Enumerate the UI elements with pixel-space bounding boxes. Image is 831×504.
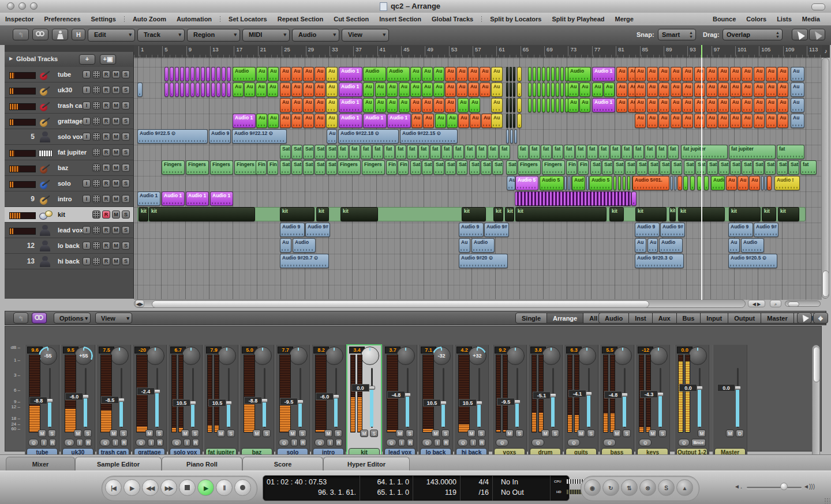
region-au[interactable]: Au xyxy=(568,98,579,112)
region-au[interactable]: Au xyxy=(658,98,669,112)
region-au[interactable]: Au xyxy=(671,114,682,128)
region[interactable] xyxy=(767,176,772,190)
region-au[interactable]: Au xyxy=(647,114,658,128)
add-track-button[interactable]: + xyxy=(79,54,95,65)
region-sat[interactable]: Sat xyxy=(602,160,613,175)
mute-button[interactable]: M xyxy=(698,430,706,437)
region-au[interactable]: Au xyxy=(671,98,682,112)
region-fat[interactable]: fat xyxy=(476,145,487,159)
region-audio-1[interactable]: Audio 1 xyxy=(339,82,362,97)
mixer-filter-output[interactable]: Output xyxy=(728,313,761,324)
region-au[interactable]: Au xyxy=(303,98,314,112)
pan-knob[interactable] xyxy=(146,347,164,365)
solo-button[interactable]: S xyxy=(122,179,130,187)
region-fat[interactable]: fat xyxy=(418,145,429,159)
region-fin[interactable]: Fin xyxy=(398,160,409,175)
snap-select[interactable]: Smart▲▼ xyxy=(658,29,696,40)
scroll-right-button[interactable]: ◀ ▶ xyxy=(748,300,765,307)
toolbar-item-inspector[interactable]: Inspector xyxy=(0,16,39,22)
freeze-button[interactable] xyxy=(92,242,100,250)
arrange-menu-audio[interactable]: Audio xyxy=(292,29,339,42)
solo-button[interactable]: S xyxy=(122,101,130,110)
region-au[interactable]: Au xyxy=(777,98,788,112)
freeze-button[interactable] xyxy=(92,226,100,234)
region-audio-1[interactable]: Audio 1 xyxy=(162,191,185,206)
bar-ruler[interactable]: 1591317212529333741454953576165697377818… xyxy=(134,45,822,58)
transport-cycle-button[interactable]: ↻ xyxy=(602,479,619,496)
region[interactable] xyxy=(533,67,536,81)
region[interactable] xyxy=(674,176,676,190)
region[interactable] xyxy=(216,67,220,81)
solo-button[interactable]: S xyxy=(587,430,595,437)
freeze-button[interactable] xyxy=(92,210,100,219)
region-au[interactable]: Au xyxy=(256,67,267,81)
input-monitor-button[interactable]: I xyxy=(434,439,441,446)
region[interactable] xyxy=(513,82,515,97)
toolbar-item-set-locators[interactable]: Set Locators xyxy=(223,16,272,22)
region-au[interactable]: Au xyxy=(791,98,804,112)
dim-button[interactable]: D xyxy=(736,430,744,437)
region-au[interactable]: Au xyxy=(315,114,325,128)
lcd-position[interactable]: 01 : 02 : 40 : 07.53 96. 3. 1. 61. xyxy=(263,476,360,501)
region[interactable] xyxy=(690,176,695,190)
input-monitor-button[interactable]: I xyxy=(327,439,334,446)
pan-knob[interactable] xyxy=(110,347,129,365)
solo-button[interactable]: S xyxy=(477,430,485,437)
region[interactable] xyxy=(542,82,545,97)
mute-button[interactable]: M xyxy=(112,164,120,172)
region-au[interactable]: Au xyxy=(635,238,646,253)
region[interactable] xyxy=(546,67,550,81)
mute-button[interactable]: M xyxy=(432,430,440,437)
region-audio-5[interactable]: Audio 5 xyxy=(540,176,564,190)
region[interactable] xyxy=(542,98,545,112)
region[interactable] xyxy=(206,82,210,97)
volume-slider[interactable] xyxy=(747,487,802,488)
pan-knob[interactable]: -55 xyxy=(39,347,57,365)
region[interactable] xyxy=(560,98,564,112)
region-au[interactable]: Au xyxy=(315,67,325,81)
region-au[interactable]: Au xyxy=(635,98,646,112)
region-sat[interactable]: Sat xyxy=(445,160,456,175)
track-header-fat-jupiter[interactable]: fat jupiterRMS xyxy=(5,145,133,160)
region[interactable] xyxy=(564,176,567,190)
link-button[interactable] xyxy=(32,29,48,40)
region-audio-9[interactable]: Audio 9 xyxy=(635,223,660,237)
region-au[interactable]: Au xyxy=(635,67,646,81)
region[interactable] xyxy=(206,67,210,81)
output-format-button[interactable]: ⊙ xyxy=(422,439,432,446)
toolbar-item-merge[interactable]: Merge xyxy=(610,16,639,22)
region-au[interactable]: Au xyxy=(410,67,421,81)
region-au[interactable]: Au xyxy=(718,114,729,128)
region-au[interactable]: Au xyxy=(718,82,729,97)
region-sat[interactable]: Sat xyxy=(625,160,636,175)
lcd-locators[interactable]: 64. 1. 1. 0 65. 1. 1. 0 xyxy=(360,476,413,501)
scroll-left-button[interactable]: ◀▶ xyxy=(135,300,144,307)
region-au[interactable]: Au xyxy=(777,82,788,97)
mute-button[interactable]: M xyxy=(217,430,225,437)
region-fat[interactable]: fat xyxy=(541,145,552,159)
region[interactable] xyxy=(164,67,169,81)
region-sat[interactable]: Sat xyxy=(777,160,788,175)
region-au[interactable]: Au xyxy=(280,238,291,253)
region-sat[interactable]: Sat xyxy=(637,160,647,175)
region[interactable] xyxy=(196,67,200,81)
region[interactable] xyxy=(517,114,522,128)
region-audio-5[interactable]: Audio 5 xyxy=(515,176,538,190)
region-sat[interactable]: Sat xyxy=(613,160,624,175)
mixer-filter-arrange[interactable]: Arrange xyxy=(547,313,583,324)
region[interactable] xyxy=(556,67,559,81)
record-enable-button[interactable]: R xyxy=(121,439,128,446)
solo-button[interactable]: S xyxy=(122,117,130,125)
region-aud[interactable]: Aud xyxy=(572,176,585,190)
record-enable-button[interactable]: R xyxy=(102,148,110,156)
output-format-button[interactable]: ⊙ xyxy=(100,439,110,446)
mute-button[interactable]: M xyxy=(112,242,120,250)
freeze-button[interactable] xyxy=(92,164,100,172)
region[interactable] xyxy=(517,67,522,81)
region-au[interactable]: Au xyxy=(291,98,302,112)
region-audio-9-[interactable]: Audio 9# xyxy=(660,223,685,237)
region-kit[interactable]: kit xyxy=(493,207,503,221)
mixer-menu-view[interactable]: View xyxy=(95,313,132,324)
region[interactable] xyxy=(537,98,541,112)
region-audio-1[interactable]: Audio 1 xyxy=(339,98,362,112)
